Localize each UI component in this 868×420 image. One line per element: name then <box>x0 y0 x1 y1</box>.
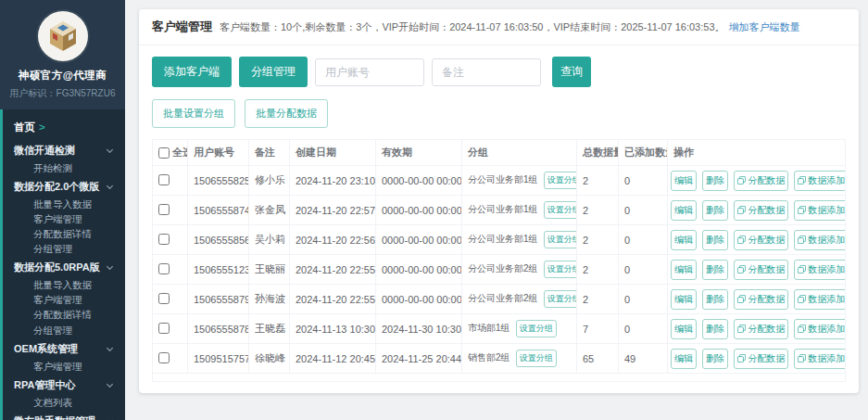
data-add-detail-button[interactable]: 数据添加详情 <box>794 319 845 339</box>
sidebar-subitem[interactable]: 批量导入数据 <box>3 197 125 211</box>
copy-icon <box>737 235 746 244</box>
set-group-button[interactable]: 设置分组 <box>544 231 577 248</box>
sidebar-subitem[interactable]: 分组管理 <box>3 323 125 337</box>
main-content: 客户端管理 客户端数量：10个,剩余数量：3个，VIP开始时间：2024-11-… <box>125 0 868 420</box>
row-checkbox[interactable] <box>158 352 170 363</box>
data-add-detail-label: 数据添加详情 <box>808 263 845 276</box>
assign-data-button[interactable]: 分配数据 <box>734 171 788 191</box>
delete-button[interactable]: 删除 <box>702 349 728 369</box>
set-group-button[interactable]: 设置分组 <box>544 172 577 189</box>
assign-data-button[interactable]: 分配数据 <box>734 200 788 221</box>
sidebar-subitem[interactable]: 开始检测 <box>3 160 125 175</box>
sidebar-subitem[interactable]: 分配数据详情 <box>3 226 125 241</box>
sidebar-section: 微信开通检测 开始检测 <box>3 139 125 175</box>
sidebar-subitem[interactable]: 分组管理 <box>3 241 125 256</box>
copy-icon <box>737 265 746 274</box>
cell-total: 2 <box>577 225 619 255</box>
edit-button[interactable]: 编辑 <box>671 289 697 310</box>
data-add-detail-button[interactable]: 数据添加详情 <box>794 230 845 250</box>
assign-data-label: 分配数据 <box>748 174 785 187</box>
client-table: 全选 用户账号 备注 创建日期 有效期 分组 总数据量 已添加数量 操作 150… <box>152 139 846 382</box>
assign-data-button[interactable]: 分配数据 <box>734 349 788 369</box>
cell-added: 0 <box>619 166 668 196</box>
edit-button[interactable]: 编辑 <box>671 230 697 250</box>
sidebar-subitem[interactable]: 文档列表 <box>3 395 125 410</box>
batch-assign-data-button[interactable]: 批量分配数据 <box>245 99 328 128</box>
cell-remark: 王晓丽 <box>249 255 290 285</box>
increase-client-count-link[interactable]: 增加客户端数量 <box>729 20 800 34</box>
sidebar-subitem[interactable]: 客户端管理 <box>3 292 125 307</box>
edit-button[interactable]: 编辑 <box>671 319 697 339</box>
sidebar: 神硕官方@代理商 用户标识：FG3N57RZU6 首页> 微信开通检测 开始检测… <box>0 0 125 420</box>
account-input[interactable] <box>315 58 424 86</box>
cell-account: 15065558799 <box>188 285 249 314</box>
batch-actions-row: 批量设置分组 批量分配数据 <box>139 89 859 139</box>
row-checkbox[interactable] <box>158 263 170 274</box>
set-group-button[interactable]: 设置分组 <box>544 201 577 219</box>
sidebar-subitem[interactable]: 分配数据详情 <box>3 307 125 322</box>
avatar <box>38 11 88 61</box>
assign-data-button[interactable]: 分配数据 <box>734 289 788 310</box>
sidebar-section-header[interactable]: 微信开通检测 <box>3 139 125 160</box>
assign-data-button[interactable]: 分配数据 <box>734 319 788 339</box>
sidebar-subitem[interactable]: 客户端管理 <box>3 211 125 226</box>
delete-button[interactable]: 删除 <box>702 230 728 250</box>
chevron-down-icon <box>107 263 113 270</box>
sidebar-section-header[interactable]: 数据分配2.0个微版 <box>3 175 125 197</box>
row-checkbox[interactable] <box>158 293 170 304</box>
delete-button[interactable]: 删除 <box>702 171 728 191</box>
cell-expiry: 0000-00-00 00:00:00 <box>376 255 462 285</box>
col-expiry: 有效期 <box>376 140 462 166</box>
edit-button[interactable]: 编辑 <box>671 349 697 369</box>
cell-added: 0 <box>619 225 668 255</box>
cell-total: 65 <box>577 344 619 374</box>
set-group-button[interactable]: 设置分组 <box>516 320 557 337</box>
data-add-detail-button[interactable]: 数据添加详情 <box>794 200 845 221</box>
assign-data-button[interactable]: 分配数据 <box>734 230 788 250</box>
assign-data-button[interactable]: 分配数据 <box>734 260 788 280</box>
set-group-button[interactable]: 设置分组 <box>516 350 557 367</box>
sidebar-section-header[interactable]: RPA管理中心 <box>3 374 125 395</box>
select-all-label: 全选 <box>172 146 188 159</box>
chevron-down-icon <box>107 345 113 351</box>
sidebar-section-header[interactable]: 微友助手数据管理 <box>3 410 125 420</box>
vip-stats-text: 客户端数量：10个,剩余数量：3个，VIP开始时间：2024-11-07 16:… <box>220 20 725 34</box>
set-group-button[interactable]: 设置分组 <box>544 290 577 308</box>
sidebar-section-header[interactable]: OEM系统管理 <box>3 337 125 359</box>
data-add-detail-button[interactable]: 数据添加详情 <box>794 289 845 310</box>
row-checkbox[interactable] <box>158 204 170 215</box>
user-id: 用户标识：FG3N57RZU6 <box>6 87 120 100</box>
data-add-detail-button[interactable]: 数据添加详情 <box>794 349 845 369</box>
delete-button[interactable]: 删除 <box>702 260 728 280</box>
copy-icon <box>798 235 806 244</box>
home-label: 首页 <box>14 121 35 133</box>
sidebar-subitem[interactable]: 批量导入数据 <box>3 277 125 292</box>
table-header-row: 全选 用户账号 备注 创建日期 有效期 分组 总数据量 已添加数量 操作 <box>153 140 846 166</box>
data-add-detail-button[interactable]: 数据添加详情 <box>794 260 845 280</box>
group-manage-button[interactable]: 分组管理 <box>239 57 308 87</box>
remark-input[interactable] <box>432 58 541 86</box>
sidebar-section-header[interactable]: 数据分配5.0RPA版 <box>3 256 125 277</box>
search-button[interactable]: 查询 <box>552 57 591 87</box>
sidebar-subitem[interactable]: 客户端管理 <box>3 359 125 374</box>
data-add-detail-button[interactable]: 数据添加详情 <box>794 171 845 191</box>
table-row: 15065558788 王晓磊 2024-11-13 10:30:58 2024… <box>153 314 846 344</box>
delete-button[interactable]: 删除 <box>702 319 728 339</box>
delete-button[interactable]: 删除 <box>702 289 728 310</box>
sidebar-item-home[interactable]: 首页> <box>3 115 125 139</box>
edit-button[interactable]: 编辑 <box>671 171 697 191</box>
edit-button[interactable]: 编辑 <box>671 260 697 280</box>
batch-set-group-button[interactable]: 批量设置分组 <box>152 99 235 128</box>
user-name: 神硕官方@代理商 <box>6 69 120 83</box>
row-checkbox[interactable] <box>158 323 170 334</box>
edit-button[interactable]: 编辑 <box>671 200 697 221</box>
cell-expiry: 0000-00-00 00:00:00 <box>376 285 462 314</box>
delete-button[interactable]: 删除 <box>702 200 728 221</box>
select-all-checkbox[interactable] <box>158 147 170 159</box>
assign-data-label: 分配数据 <box>748 234 785 247</box>
row-checkbox[interactable] <box>158 174 170 185</box>
set-group-button[interactable]: 设置分组 <box>544 261 577 278</box>
add-client-button[interactable]: 添加客户端 <box>152 57 232 87</box>
cell-expiry: 0000-00-00 00:00:00 <box>376 225 462 255</box>
row-checkbox[interactable] <box>158 234 170 245</box>
